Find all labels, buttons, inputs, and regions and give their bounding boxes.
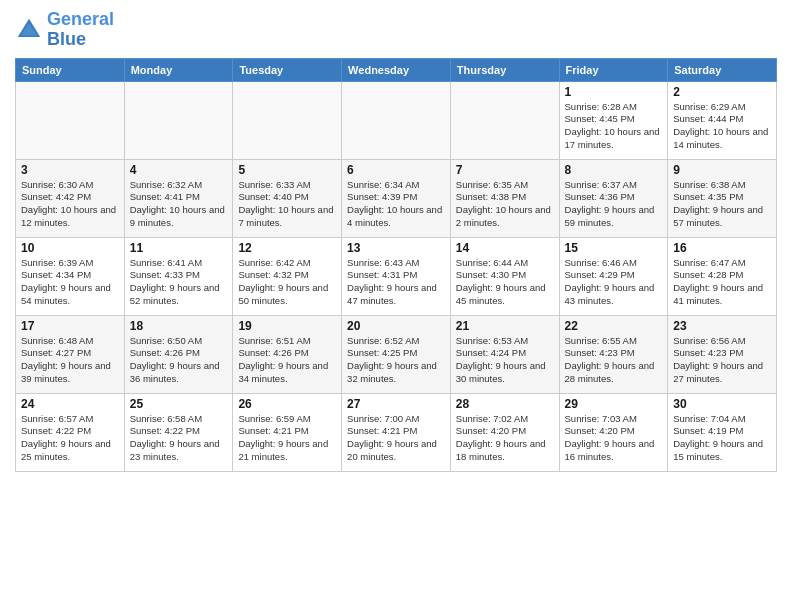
day-info: Sunrise: 6:30 AM Sunset: 4:42 PM Dayligh… bbox=[21, 179, 119, 230]
calendar-cell: 19Sunrise: 6:51 AM Sunset: 4:26 PM Dayli… bbox=[233, 315, 342, 393]
day-number: 5 bbox=[238, 163, 336, 177]
calendar-week-4: 24Sunrise: 6:57 AM Sunset: 4:22 PM Dayli… bbox=[16, 393, 777, 471]
calendar-cell: 15Sunrise: 6:46 AM Sunset: 4:29 PM Dayli… bbox=[559, 237, 668, 315]
day-number: 13 bbox=[347, 241, 445, 255]
calendar-header-sunday: Sunday bbox=[16, 58, 125, 81]
calendar-cell: 18Sunrise: 6:50 AM Sunset: 4:26 PM Dayli… bbox=[124, 315, 233, 393]
day-number: 3 bbox=[21, 163, 119, 177]
day-info: Sunrise: 6:56 AM Sunset: 4:23 PM Dayligh… bbox=[673, 335, 771, 386]
day-number: 28 bbox=[456, 397, 554, 411]
day-number: 9 bbox=[673, 163, 771, 177]
calendar-header-friday: Friday bbox=[559, 58, 668, 81]
day-info: Sunrise: 7:00 AM Sunset: 4:21 PM Dayligh… bbox=[347, 413, 445, 464]
calendar-header-saturday: Saturday bbox=[668, 58, 777, 81]
day-info: Sunrise: 6:52 AM Sunset: 4:25 PM Dayligh… bbox=[347, 335, 445, 386]
day-info: Sunrise: 6:34 AM Sunset: 4:39 PM Dayligh… bbox=[347, 179, 445, 230]
day-info: Sunrise: 6:55 AM Sunset: 4:23 PM Dayligh… bbox=[565, 335, 663, 386]
calendar-week-3: 17Sunrise: 6:48 AM Sunset: 4:27 PM Dayli… bbox=[16, 315, 777, 393]
day-info: Sunrise: 6:47 AM Sunset: 4:28 PM Dayligh… bbox=[673, 257, 771, 308]
calendar-cell: 22Sunrise: 6:55 AM Sunset: 4:23 PM Dayli… bbox=[559, 315, 668, 393]
calendar-cell: 20Sunrise: 6:52 AM Sunset: 4:25 PM Dayli… bbox=[342, 315, 451, 393]
calendar-cell: 7Sunrise: 6:35 AM Sunset: 4:38 PM Daylig… bbox=[450, 159, 559, 237]
day-number: 7 bbox=[456, 163, 554, 177]
calendar-cell: 13Sunrise: 6:43 AM Sunset: 4:31 PM Dayli… bbox=[342, 237, 451, 315]
day-info: Sunrise: 6:32 AM Sunset: 4:41 PM Dayligh… bbox=[130, 179, 228, 230]
calendar-cell: 11Sunrise: 6:41 AM Sunset: 4:33 PM Dayli… bbox=[124, 237, 233, 315]
day-number: 25 bbox=[130, 397, 228, 411]
day-info: Sunrise: 6:46 AM Sunset: 4:29 PM Dayligh… bbox=[565, 257, 663, 308]
calendar-cell: 30Sunrise: 7:04 AM Sunset: 4:19 PM Dayli… bbox=[668, 393, 777, 471]
day-number: 10 bbox=[21, 241, 119, 255]
day-number: 18 bbox=[130, 319, 228, 333]
page: General Blue SundayMondayTuesdayWednesda… bbox=[0, 0, 792, 612]
logo-icon bbox=[15, 16, 43, 44]
calendar-cell: 29Sunrise: 7:03 AM Sunset: 4:20 PM Dayli… bbox=[559, 393, 668, 471]
day-info: Sunrise: 6:29 AM Sunset: 4:44 PM Dayligh… bbox=[673, 101, 771, 152]
day-info: Sunrise: 6:59 AM Sunset: 4:21 PM Dayligh… bbox=[238, 413, 336, 464]
calendar-cell: 27Sunrise: 7:00 AM Sunset: 4:21 PM Dayli… bbox=[342, 393, 451, 471]
calendar-cell bbox=[233, 81, 342, 159]
day-number: 12 bbox=[238, 241, 336, 255]
day-number: 23 bbox=[673, 319, 771, 333]
day-number: 20 bbox=[347, 319, 445, 333]
day-info: Sunrise: 6:38 AM Sunset: 4:35 PM Dayligh… bbox=[673, 179, 771, 230]
day-info: Sunrise: 6:28 AM Sunset: 4:45 PM Dayligh… bbox=[565, 101, 663, 152]
calendar-cell: 16Sunrise: 6:47 AM Sunset: 4:28 PM Dayli… bbox=[668, 237, 777, 315]
calendar-cell: 8Sunrise: 6:37 AM Sunset: 4:36 PM Daylig… bbox=[559, 159, 668, 237]
day-info: Sunrise: 7:04 AM Sunset: 4:19 PM Dayligh… bbox=[673, 413, 771, 464]
calendar-cell bbox=[16, 81, 125, 159]
day-number: 19 bbox=[238, 319, 336, 333]
logo: General Blue bbox=[15, 10, 114, 50]
calendar-cell: 28Sunrise: 7:02 AM Sunset: 4:20 PM Dayli… bbox=[450, 393, 559, 471]
day-info: Sunrise: 6:53 AM Sunset: 4:24 PM Dayligh… bbox=[456, 335, 554, 386]
day-info: Sunrise: 6:48 AM Sunset: 4:27 PM Dayligh… bbox=[21, 335, 119, 386]
day-info: Sunrise: 6:37 AM Sunset: 4:36 PM Dayligh… bbox=[565, 179, 663, 230]
day-info: Sunrise: 6:42 AM Sunset: 4:32 PM Dayligh… bbox=[238, 257, 336, 308]
day-info: Sunrise: 6:44 AM Sunset: 4:30 PM Dayligh… bbox=[456, 257, 554, 308]
calendar-cell: 5Sunrise: 6:33 AM Sunset: 4:40 PM Daylig… bbox=[233, 159, 342, 237]
day-info: Sunrise: 6:41 AM Sunset: 4:33 PM Dayligh… bbox=[130, 257, 228, 308]
calendar-cell: 14Sunrise: 6:44 AM Sunset: 4:30 PM Dayli… bbox=[450, 237, 559, 315]
calendar-cell: 25Sunrise: 6:58 AM Sunset: 4:22 PM Dayli… bbox=[124, 393, 233, 471]
day-number: 22 bbox=[565, 319, 663, 333]
calendar-cell: 1Sunrise: 6:28 AM Sunset: 4:45 PM Daylig… bbox=[559, 81, 668, 159]
day-info: Sunrise: 6:43 AM Sunset: 4:31 PM Dayligh… bbox=[347, 257, 445, 308]
day-info: Sunrise: 6:51 AM Sunset: 4:26 PM Dayligh… bbox=[238, 335, 336, 386]
day-number: 4 bbox=[130, 163, 228, 177]
day-number: 27 bbox=[347, 397, 445, 411]
calendar-cell: 24Sunrise: 6:57 AM Sunset: 4:22 PM Dayli… bbox=[16, 393, 125, 471]
logo-text: General Blue bbox=[47, 10, 114, 50]
day-number: 15 bbox=[565, 241, 663, 255]
day-number: 8 bbox=[565, 163, 663, 177]
day-info: Sunrise: 6:50 AM Sunset: 4:26 PM Dayligh… bbox=[130, 335, 228, 386]
day-number: 11 bbox=[130, 241, 228, 255]
day-number: 30 bbox=[673, 397, 771, 411]
calendar-cell bbox=[342, 81, 451, 159]
day-number: 2 bbox=[673, 85, 771, 99]
calendar-header-row: SundayMondayTuesdayWednesdayThursdayFrid… bbox=[16, 58, 777, 81]
calendar-cell: 12Sunrise: 6:42 AM Sunset: 4:32 PM Dayli… bbox=[233, 237, 342, 315]
day-info: Sunrise: 6:39 AM Sunset: 4:34 PM Dayligh… bbox=[21, 257, 119, 308]
calendar-header-wednesday: Wednesday bbox=[342, 58, 451, 81]
day-number: 26 bbox=[238, 397, 336, 411]
day-info: Sunrise: 6:57 AM Sunset: 4:22 PM Dayligh… bbox=[21, 413, 119, 464]
calendar-cell: 23Sunrise: 6:56 AM Sunset: 4:23 PM Dayli… bbox=[668, 315, 777, 393]
day-number: 21 bbox=[456, 319, 554, 333]
calendar-header-monday: Monday bbox=[124, 58, 233, 81]
day-info: Sunrise: 6:58 AM Sunset: 4:22 PM Dayligh… bbox=[130, 413, 228, 464]
calendar-cell: 4Sunrise: 6:32 AM Sunset: 4:41 PM Daylig… bbox=[124, 159, 233, 237]
day-info: Sunrise: 6:35 AM Sunset: 4:38 PM Dayligh… bbox=[456, 179, 554, 230]
day-number: 24 bbox=[21, 397, 119, 411]
calendar-cell: 2Sunrise: 6:29 AM Sunset: 4:44 PM Daylig… bbox=[668, 81, 777, 159]
calendar-week-1: 3Sunrise: 6:30 AM Sunset: 4:42 PM Daylig… bbox=[16, 159, 777, 237]
day-number: 14 bbox=[456, 241, 554, 255]
day-info: Sunrise: 7:02 AM Sunset: 4:20 PM Dayligh… bbox=[456, 413, 554, 464]
calendar-cell: 26Sunrise: 6:59 AM Sunset: 4:21 PM Dayli… bbox=[233, 393, 342, 471]
calendar: SundayMondayTuesdayWednesdayThursdayFrid… bbox=[15, 58, 777, 472]
calendar-cell: 10Sunrise: 6:39 AM Sunset: 4:34 PM Dayli… bbox=[16, 237, 125, 315]
calendar-header-tuesday: Tuesday bbox=[233, 58, 342, 81]
calendar-cell bbox=[450, 81, 559, 159]
calendar-week-0: 1Sunrise: 6:28 AM Sunset: 4:45 PM Daylig… bbox=[16, 81, 777, 159]
header: General Blue bbox=[15, 10, 777, 50]
calendar-cell: 9Sunrise: 6:38 AM Sunset: 4:35 PM Daylig… bbox=[668, 159, 777, 237]
